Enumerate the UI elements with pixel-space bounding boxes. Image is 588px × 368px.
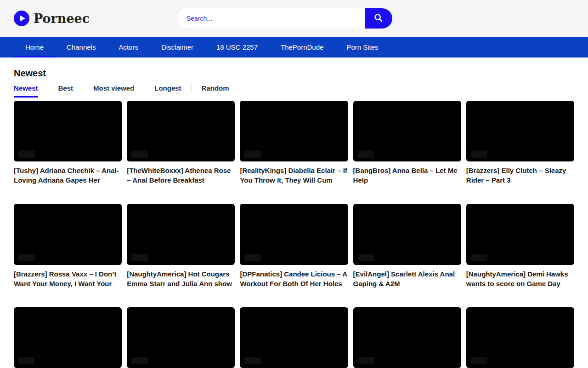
- video-card[interactable]: [BangBros] Anna Bella – Let Me Help: [353, 101, 461, 185]
- duration-badge: [244, 254, 261, 261]
- video-card[interactable]: [NaughtyAmerica] Demi Hawks wants to sco…: [466, 204, 574, 288]
- sort-tab-label: Newest: [14, 84, 38, 98]
- video-card[interactable]: [EvilAngel] Scarlett Alexis Anal Gaping …: [353, 204, 461, 288]
- nav-item-actors[interactable]: Actors: [107, 37, 150, 58]
- video-card[interactable]: [NaughtyAmerica] Hot Cougars Emma Starr …: [127, 204, 235, 288]
- video-card[interactable]: [14, 307, 122, 368]
- nav-item-label: Porn Sites: [346, 43, 378, 51]
- duration-badge: [131, 254, 148, 261]
- duration-badge: [131, 150, 148, 158]
- nav-item-disclaimer[interactable]: Disclaimer: [150, 37, 205, 58]
- brand-name: Porneec: [34, 12, 90, 26]
- page-title: Newest: [14, 68, 574, 78]
- nav-item-porn-sites[interactable]: Porn Sites: [335, 37, 390, 58]
- main-content: Newest Newest Best Most viewed Longest R…: [0, 58, 588, 368]
- video-thumbnail[interactable]: [466, 101, 574, 161]
- duration-badge: [358, 357, 374, 364]
- video-thumbnail[interactable]: [127, 307, 235, 368]
- nav-item-label: ThePornDude: [281, 43, 323, 51]
- sort-tab-most-viewed[interactable]: Most viewed: [83, 84, 144, 98]
- main-nav: Home Channels Actors Disclaimer 18 USC 2…: [0, 37, 588, 58]
- video-thumbnail[interactable]: [127, 101, 235, 161]
- nav-item-18-usc-2257[interactable]: 18 USC 2257: [205, 37, 269, 58]
- sort-tab-random[interactable]: Random: [192, 84, 239, 98]
- video-card[interactable]: [466, 307, 574, 368]
- search-bar: [177, 8, 392, 29]
- video-title[interactable]: [Brazzers] Rossa Vaxx – I Don’t Want You…: [14, 269, 122, 288]
- video-title[interactable]: [Brazzers] Elly Clutch – Sleazy Rider – …: [466, 166, 574, 185]
- video-grid: [Tushy] Adriana Chechik – Anal-Loving Ad…: [14, 101, 574, 368]
- sort-tab-label: Best: [58, 84, 74, 98]
- video-title[interactable]: [NaughtyAmerica] Demi Hawks wants to sco…: [466, 269, 574, 288]
- duration-badge: [471, 357, 487, 364]
- nav-item-label: Channels: [67, 43, 96, 51]
- video-card[interactable]: [Tushy] Adriana Chechik – Anal-Loving Ad…: [14, 101, 122, 185]
- video-title[interactable]: [Tushy] Adriana Chechik – Anal-Loving Ad…: [14, 166, 122, 185]
- video-thumbnail[interactable]: [466, 307, 574, 368]
- nav-item-home[interactable]: Home: [14, 37, 55, 58]
- duration-badge: [358, 254, 374, 261]
- duration-badge: [18, 254, 35, 261]
- duration-badge: [244, 357, 261, 364]
- video-thumbnail[interactable]: [466, 204, 574, 264]
- video-title[interactable]: [DPFanatics] Candee Licious – A Workout …: [240, 269, 348, 288]
- search-button[interactable]: [365, 8, 392, 29]
- search-input[interactable]: [177, 8, 365, 29]
- video-thumbnail[interactable]: [240, 307, 348, 368]
- video-thumbnail[interactable]: [14, 101, 122, 161]
- video-title[interactable]: [TheWhiteBoxxx] Athenea Rose – Anal Befo…: [127, 166, 235, 185]
- duration-badge: [244, 150, 261, 158]
- duration-badge: [18, 150, 35, 158]
- video-thumbnail[interactable]: [353, 101, 461, 161]
- nav-item-theporndude[interactable]: ThePornDude: [269, 37, 335, 58]
- nav-item-label: 18 USC 2257: [216, 43, 258, 51]
- video-card[interactable]: [RealityKings] Diabella Eclair – If You …: [240, 101, 348, 185]
- video-thumbnail[interactable]: [240, 204, 348, 264]
- video-card[interactable]: [Brazzers] Rossa Vaxx – I Don’t Want You…: [14, 204, 122, 288]
- site-logo[interactable]: Porneec: [14, 11, 90, 26]
- video-thumbnail[interactable]: [240, 101, 348, 161]
- nav-item-label: Home: [25, 43, 44, 51]
- duration-badge: [358, 150, 374, 158]
- play-icon: [14, 11, 29, 26]
- duration-badge: [471, 254, 487, 261]
- video-title[interactable]: [EvilAngel] Scarlett Alexis Anal Gaping …: [353, 269, 461, 288]
- video-card[interactable]: [TheWhiteBoxxx] Athenea Rose – Anal Befo…: [127, 101, 235, 185]
- video-card[interactable]: [240, 307, 348, 368]
- search-icon: [373, 13, 384, 24]
- video-title[interactable]: [BangBros] Anna Bella – Let Me Help: [353, 166, 461, 185]
- sort-tabs: Newest Best Most viewed Longest Random: [14, 84, 574, 98]
- video-thumbnail[interactable]: [353, 307, 461, 368]
- video-thumbnail[interactable]: [14, 307, 122, 368]
- sort-tab-label: Longest: [154, 84, 181, 98]
- video-card[interactable]: [353, 307, 461, 368]
- nav-item-label: Actors: [119, 43, 138, 51]
- duration-badge: [18, 357, 35, 364]
- video-card[interactable]: [127, 307, 235, 368]
- video-thumbnail[interactable]: [14, 204, 122, 264]
- site-header: Porneec: [0, 0, 588, 37]
- video-thumbnail[interactable]: [127, 204, 235, 264]
- video-thumbnail[interactable]: [353, 204, 461, 264]
- sort-tab-label: Random: [202, 84, 229, 98]
- nav-item-label: Disclaimer: [161, 43, 193, 51]
- sort-tab-label: Most viewed: [93, 84, 134, 98]
- sort-tab-best[interactable]: Best: [48, 84, 84, 98]
- duration-badge: [131, 357, 148, 364]
- video-card[interactable]: [DPFanatics] Candee Licious – A Workout …: [240, 204, 348, 288]
- video-title[interactable]: [RealityKings] Diabella Eclair – If You …: [240, 166, 348, 185]
- duration-badge: [471, 150, 487, 158]
- nav-item-channels[interactable]: Channels: [55, 37, 107, 58]
- video-title[interactable]: [NaughtyAmerica] Hot Cougars Emma Starr …: [127, 269, 235, 288]
- video-card[interactable]: [Brazzers] Elly Clutch – Sleazy Rider – …: [466, 101, 574, 185]
- sort-tab-longest[interactable]: Longest: [144, 84, 191, 98]
- sort-tab-newest[interactable]: Newest: [14, 84, 48, 98]
